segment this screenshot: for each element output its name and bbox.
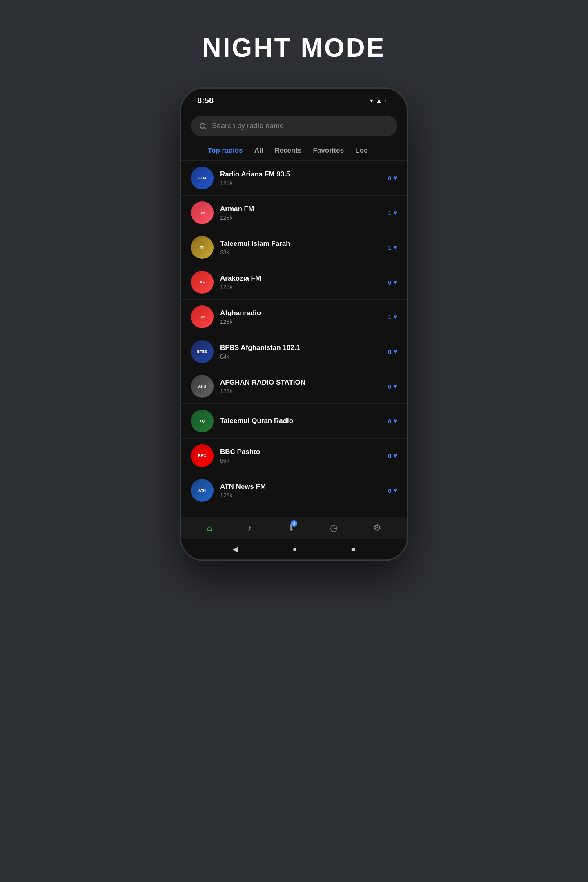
android-nav: ◀ ● ■ [181, 539, 407, 559]
radio-bitrate: 128k [220, 284, 381, 290]
battery-icon: ▭ [385, 97, 391, 105]
music-icon: ♪ [247, 523, 252, 533]
status-bar: 8:58 ▾ ▲ ▭ [181, 89, 407, 109]
radio-logo: TQ [191, 410, 214, 432]
radio-name: ATN News FM [220, 482, 381, 491]
radio-logo: BFBS [191, 340, 214, 363]
radio-list-item[interactable]: AR Afghanradio 128k 1 ♥ [181, 300, 407, 334]
radio-info: Taleemul Islam Farah 33k [220, 239, 381, 256]
home-button[interactable]: ● [292, 545, 297, 554]
heart-icon: ♥ [394, 244, 398, 251]
favorite-count: 1 [388, 209, 391, 216]
tab-recents[interactable]: Recents [273, 144, 303, 157]
heart-icon: ♥ [394, 278, 398, 286]
radio-favorite[interactable]: 1 ♥ [388, 313, 397, 321]
radio-favorite[interactable]: 0 ♥ [388, 383, 397, 390]
tab-top-radios[interactable]: Top radios [206, 144, 245, 157]
recent-button[interactable]: ■ [351, 545, 356, 554]
favorite-count: 1 [388, 244, 391, 251]
bottom-nav: ⌂ ♪ ⬇ 0 ◷ ⚙ [181, 517, 407, 539]
radio-favorite[interactable]: 0 ♥ [388, 348, 397, 355]
radio-list-item[interactable]: ATM Radio Ariana FM 93.5 128k 0 ♥ [181, 161, 407, 196]
radio-favorite[interactable]: 0 ♥ [388, 417, 397, 425]
radio-logo: AR [191, 305, 214, 328]
heart-icon: ♥ [394, 417, 398, 425]
status-time: 8:58 [197, 96, 214, 105]
radio-bitrate: 64k [220, 353, 381, 360]
screen-content: Search by radio name → Top radios All Re… [181, 109, 407, 559]
favorite-count: 0 [388, 452, 391, 459]
heart-icon: ♥ [394, 174, 398, 182]
radio-list-item[interactable]: AF Arakozia FM 128k 0 ♥ [181, 265, 407, 300]
radio-favorite[interactable]: 0 ♥ [388, 174, 397, 182]
radio-info: BBC Pashto 56k [220, 448, 381, 464]
tab-all[interactable]: All [253, 144, 265, 157]
favorite-count: 0 [388, 175, 391, 182]
radio-list-item[interactable]: ARS AFGHAN RADIO STATION 128k 0 ♥ [181, 369, 407, 404]
search-bar[interactable]: Search by radio name [191, 116, 397, 136]
favorite-count: 0 [388, 383, 391, 390]
history-icon: ◷ [330, 523, 338, 533]
radio-info: Arakozia FM 128k [220, 274, 381, 290]
radio-name: Arakozia FM [220, 274, 381, 283]
radio-info: Arman FM 128k [220, 205, 381, 221]
search-icon [199, 122, 207, 130]
status-icons: ▾ ▲ ▭ [370, 97, 391, 105]
wifi-icon: ▾ [370, 97, 373, 105]
radio-name: AFGHAN RADIO STATION [220, 378, 381, 387]
tab-local[interactable]: Loc [354, 144, 369, 157]
radio-favorite[interactable]: 0 ♥ [388, 278, 397, 286]
page-title: NIGHT MODE [203, 33, 386, 63]
radio-name: BBC Pashto [220, 448, 381, 457]
favorite-count: 0 [388, 279, 391, 286]
radio-favorite[interactable]: 0 ♥ [388, 487, 397, 494]
heart-icon: ♥ [394, 313, 398, 321]
back-button[interactable]: ◀ [232, 545, 238, 554]
radio-name: Taleemul Quran Radio [220, 416, 381, 425]
radio-favorite[interactable]: 1 ♥ [388, 244, 397, 251]
radio-bitrate: 128k [220, 388, 381, 394]
heart-icon: ♥ [394, 209, 398, 216]
radio-favorite[interactable]: 0 ♥ [388, 452, 397, 459]
settings-icon: ⚙ [373, 523, 381, 533]
radio-info: Radio Ariana FM 93.5 128k [220, 170, 381, 186]
radio-list-item[interactable]: BFBS BFBS Afghanistan 102.1 64k 0 ♥ [181, 334, 407, 369]
favorite-count: 0 [388, 418, 391, 425]
nav-history[interactable]: ◷ [330, 523, 338, 533]
radio-bitrate: 33k [220, 249, 381, 256]
radio-list-item[interactable]: AR Arman FM 128k 1 ♥ [181, 196, 407, 230]
radio-favorite[interactable]: 1 ♥ [388, 209, 397, 216]
nav-home[interactable]: ⌂ [207, 523, 212, 533]
tab-arrow-icon: → [191, 147, 198, 155]
radio-name: BFBS Afghanistan 102.1 [220, 343, 381, 352]
radio-bitrate: 128k [220, 214, 381, 221]
radio-info: ATN News FM 128k [220, 482, 381, 499]
radio-list-item[interactable]: ATN ATN News FM 128k 0 ♥ [181, 473, 407, 508]
nav-settings[interactable]: ⚙ [373, 523, 381, 533]
radio-list: ATM Radio Ariana FM 93.5 128k 0 ♥ AR Arm… [181, 161, 407, 517]
home-icon: ⌂ [207, 523, 212, 533]
radio-name: Arman FM [220, 205, 381, 214]
radio-info: Afghanradio 128k [220, 309, 381, 325]
radio-list-item[interactable]: BBC BBC Pashto 56k 0 ♥ [181, 439, 407, 473]
search-container: Search by radio name [181, 109, 407, 141]
radio-name: Taleemul Islam Farah [220, 239, 381, 248]
radio-info: Taleemul Quran Radio [220, 416, 381, 425]
radio-info: BFBS Afghanistan 102.1 64k [220, 343, 381, 360]
search-placeholder: Search by radio name [212, 122, 284, 130]
radio-bitrate: 128k [220, 180, 381, 186]
radio-list-item[interactable]: TI Taleemul Islam Farah 33k 1 ♥ [181, 230, 407, 265]
heart-icon: ♥ [394, 383, 398, 390]
tab-bar: → Top radios All Recents Favorites Loc [181, 141, 407, 161]
radio-logo: TI [191, 236, 214, 259]
heart-icon: ♥ [394, 452, 398, 459]
svg-line-1 [205, 128, 206, 129]
radio-logo: AR [191, 201, 214, 224]
radio-list-item[interactable]: TQ Taleemul Quran Radio 0 ♥ [181, 404, 407, 439]
radio-bitrate: 128k [220, 492, 381, 499]
nav-music[interactable]: ♪ [247, 523, 252, 533]
signal-icon: ▲ [376, 97, 382, 105]
tab-favorites[interactable]: Favorites [312, 144, 346, 157]
radio-name: Radio Ariana FM 93.5 [220, 170, 381, 179]
nav-download[interactable]: ⬇ 0 [287, 523, 295, 533]
